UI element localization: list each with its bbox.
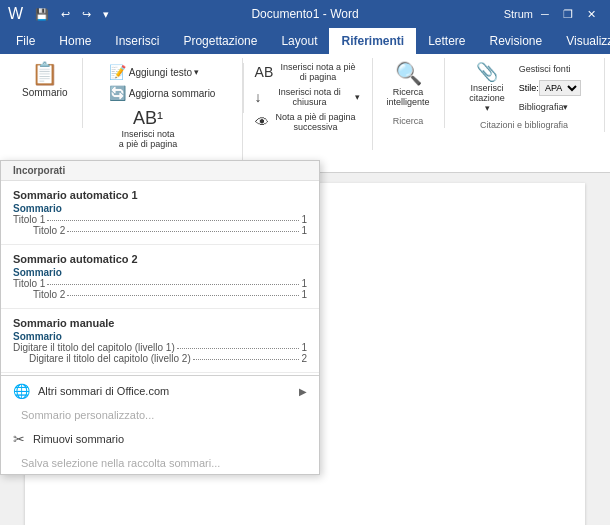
stile-label: Stile:: [519, 83, 539, 93]
dropdown-section-header: Incorporati: [1, 161, 319, 181]
ribbon-tabs: File Home Inserisci Progettazione Layout…: [0, 28, 610, 54]
stile-container: Stile: APA: [515, 78, 585, 98]
inserisci-citazione-label: Inseriscicitazione: [469, 83, 505, 103]
aggiorna-sommario-button[interactable]: 🔄 Aggiorna sommario: [105, 83, 220, 103]
title-text: Documento1 - Word: [251, 7, 358, 21]
altri-sommari-label: Altri sommari di Office.com: [38, 385, 169, 397]
rimuovi-icon: ✂: [13, 431, 25, 447]
toc-option-3-line2: Digitare il titolo del capitolo (livello…: [13, 353, 307, 364]
salva-selezione-label: Salva selezione nella raccolta sommari..…: [21, 457, 220, 469]
strumenti-label: Strum: [504, 8, 533, 20]
mostra-note-label: Nota a piè di pagina successiva: [272, 112, 360, 132]
bibliografia-button[interactable]: Bibliografia ▾: [515, 100, 585, 114]
ribbon-group-ricerca: 🔍 Ricercaintelligente Ricerca: [373, 58, 445, 128]
qat-undo-button[interactable]: ↩: [57, 6, 74, 23]
nota-successiva-arrow: ▾: [355, 92, 360, 102]
separator-1: [1, 375, 319, 376]
ribbon-group-note-content: 📝 Aggiungi testo ▾ 🔄 Aggiorna sommario A…: [105, 60, 220, 166]
mostra-note-button[interactable]: 👁 Nota a piè di pagina successiva: [251, 110, 364, 134]
gestisci-fonti-label: Gestisci fonti: [519, 64, 571, 74]
title-bar-left: W 💾 ↩ ↪ ▾: [8, 5, 206, 23]
tab-visualizza[interactable]: Visualizza: [554, 28, 610, 54]
aggiungi-testo-icon: 📝: [109, 64, 126, 80]
rimuovi-label: Rimuovi sommario: [33, 433, 124, 445]
ribbon-group-citazioni: 📎 Inseriscicitazione ▾ Gestisci fonti St…: [445, 58, 605, 132]
tab-lettere[interactable]: Lettere: [416, 28, 477, 54]
salva-selezione-item: Salva selezione nella raccolta sommari..…: [1, 452, 319, 474]
toc-option-automatico-1[interactable]: Sommario automatico 1 Sommario Titolo 1 …: [1, 181, 319, 245]
title-bar-right: Strum ─ ❐ ✕: [404, 6, 602, 23]
nota-successiva-label: Inserisci nota di chiusura: [265, 87, 355, 107]
citazione-arrow: ▾: [485, 103, 490, 113]
ricerca-label: Ricercaintelligente: [387, 87, 430, 107]
close-button[interactable]: ✕: [581, 6, 602, 23]
nota-successiva-icon: ↓: [255, 89, 262, 105]
ribbon-group-note: 📝 Aggiungi testo ▾ 🔄 Aggiorna sommario A…: [83, 58, 243, 168]
nota-successiva-button[interactable]: ↓ Inserisci nota di chiusura ▾: [251, 85, 364, 109]
qat-redo-button[interactable]: ↪: [78, 6, 95, 23]
sommario-icon: 📋: [31, 63, 58, 85]
tab-riferimenti[interactable]: Riferimenti: [329, 28, 416, 54]
inserisci-nota-chiusura-button[interactable]: AB Inserisci nota a piè di pagina: [251, 60, 364, 84]
toc-option-1-line2: Titolo 2 1: [13, 225, 307, 236]
ribbon-group-sommario-content: 📋 Sommario: [16, 60, 74, 126]
inserisci-nota-icon: AB¹: [133, 109, 163, 127]
toc-option-2-line1: Titolo 1 1: [13, 278, 307, 289]
sommario-dropdown: Incorporati Sommario automatico 1 Sommar…: [0, 160, 320, 475]
nota-chiusura-label: Inserisci nota a piè di pagina: [276, 62, 359, 82]
aggiungi-testo-button[interactable]: 📝 Aggiungi testo ▾: [105, 62, 220, 82]
tab-progettazione[interactable]: Progettazione: [171, 28, 269, 54]
ricerca-icon: 🔍: [395, 63, 422, 85]
toc-option-1-line1: Titolo 1 1: [13, 214, 307, 225]
nota-chiusura-content: AB Inserisci nota a piè di pagina ↓ Inse…: [251, 60, 364, 148]
aggiorna-icon: 🔄: [109, 85, 126, 101]
toc-option-1-preview-label: Sommario: [13, 203, 307, 214]
qat-save-button[interactable]: 💾: [31, 6, 53, 23]
inserisci-nota-button[interactable]: AB¹ Inserisci notaa piè di pagina: [113, 106, 184, 152]
tab-file[interactable]: File: [4, 28, 47, 54]
inserisci-nota-label: Inserisci notaa piè di pagina: [119, 129, 178, 149]
minimize-button[interactable]: ─: [535, 6, 555, 22]
aggiungi-testo-arrow: ▾: [194, 67, 199, 77]
toc-option-2-preview-label: Sommario: [13, 267, 307, 278]
ribbon-group-sommario: 📋 Sommario: [8, 58, 83, 128]
mostra-note-icon: 👁: [255, 114, 269, 130]
sommario-personalizzato-label: Sommario personalizzato...: [21, 409, 154, 421]
word-icon: W: [8, 5, 23, 23]
sommario-button[interactable]: 📋 Sommario: [16, 60, 74, 101]
restore-button[interactable]: ❐: [557, 6, 579, 23]
toc-option-1-title: Sommario automatico 1: [13, 189, 307, 201]
stile-select[interactable]: APA: [539, 80, 581, 96]
tab-home[interactable]: Home: [47, 28, 103, 54]
ribbon-content: 📋 Sommario 📝 Aggiungi testo ▾ 🔄 Aggiorna…: [0, 54, 610, 173]
toc-option-automatico-2[interactable]: Sommario automatico 2 Sommario Titolo 1 …: [1, 245, 319, 309]
ricerca-group-label: Ricerca: [373, 116, 444, 126]
toc-option-3-title: Sommario manuale: [13, 317, 307, 329]
toc-option-2-line2: Titolo 2 1: [13, 289, 307, 300]
toc-option-manuale[interactable]: Sommario manuale Sommario Digitare il ti…: [1, 309, 319, 373]
aggiorna-label: Aggiorna sommario: [129, 88, 216, 99]
ribbon-group-nota-chiusura: AB Inserisci nota a piè di pagina ↓ Inse…: [243, 58, 373, 150]
sommario-personalizzato-item: Sommario personalizzato...: [1, 404, 319, 426]
title-bar: W 💾 ↩ ↪ ▾ Documento1 - Word Strum ─ ❐ ✕: [0, 0, 610, 28]
qat-customize-button[interactable]: ▾: [99, 6, 113, 23]
tab-revisione[interactable]: Revisione: [478, 28, 555, 54]
inserisci-citazione-button[interactable]: 📎 Inseriscicitazione ▾: [463, 60, 511, 116]
bibliografia-label: Bibliografia: [519, 102, 564, 112]
rimuovi-sommario-item[interactable]: ✂ Rimuovi sommario: [1, 426, 319, 452]
altri-sommari-arrow: ▶: [299, 386, 307, 397]
toc-option-3-preview-label: Sommario: [13, 331, 307, 342]
ricerca-intelligente-button[interactable]: 🔍 Ricercaintelligente: [381, 60, 436, 110]
sommario-label: Sommario: [22, 87, 68, 98]
inserisci-citazione-icon: 📎: [476, 63, 498, 81]
aggiungi-testo-label: Aggiungi testo: [129, 67, 192, 78]
citazioni-group-label: Citazioni e bibliografia: [445, 120, 604, 130]
bibliografia-arrow: ▾: [563, 102, 568, 112]
gestisci-fonti-button[interactable]: Gestisci fonti: [515, 62, 585, 76]
nota-chiusura-icon: AB: [255, 64, 274, 80]
title-bar-title: Documento1 - Word: [206, 7, 404, 21]
tab-layout[interactable]: Layout: [269, 28, 329, 54]
tab-inserisci[interactable]: Inserisci: [103, 28, 171, 54]
altri-sommari-item[interactable]: 🌐 Altri sommari di Office.com ▶: [1, 378, 319, 404]
altri-sommari-icon: 🌐: [13, 383, 30, 399]
